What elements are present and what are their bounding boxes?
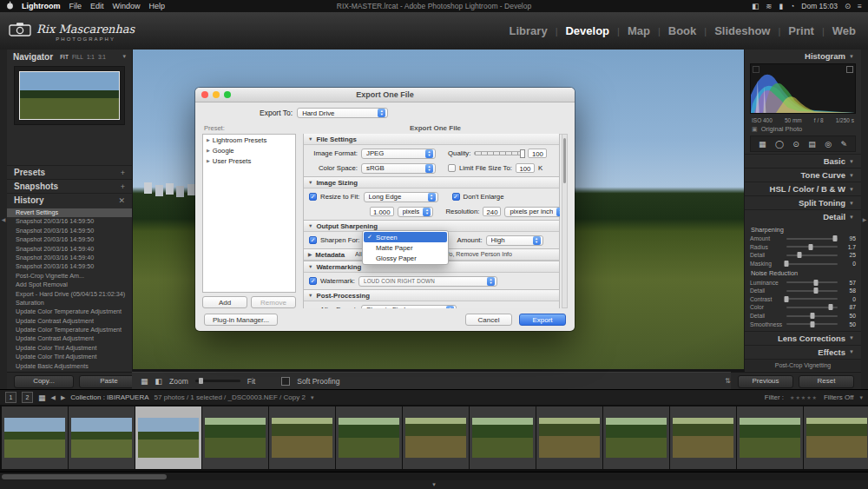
history-item[interactable]: Saturation <box>7 299 132 307</box>
slider-thumb[interactable] <box>797 252 801 258</box>
panel-header-basic[interactable]: Basic▼ <box>745 154 861 168</box>
post-processing-header[interactable]: ▼ Post-Processing <box>304 290 559 301</box>
panel-header-lens-corrections[interactable]: Lens Corrections▼ <box>745 331 861 345</box>
resize-to-fit-checkbox[interactable] <box>309 193 317 201</box>
histogram[interactable] <box>750 63 856 114</box>
zoom-slider[interactable] <box>195 380 240 382</box>
size-value[interactable]: 1.000 <box>370 207 394 216</box>
preset-item[interactable]: ▶User Presets <box>203 155 295 166</box>
zoom-slider-thumb[interactable] <box>199 378 203 384</box>
remove-preset-button[interactable]: Remove <box>251 296 296 308</box>
slider-thumb[interactable] <box>809 244 813 250</box>
panel-snapshots[interactable]: Snapshots + <box>7 179 132 193</box>
resolution-value[interactable]: 240 <box>483 207 501 216</box>
panel-header-effects[interactable]: Effects▼ <box>745 345 861 359</box>
file-settings-header[interactable]: ▼ File Settings <box>304 134 559 145</box>
grid-view-icon[interactable]: ▦ <box>141 377 148 386</box>
dont-enlarge-checkbox[interactable] <box>452 193 460 201</box>
disclosure-triangle-icon[interactable]: ▶ <box>207 137 210 142</box>
module-library[interactable]: Library <box>510 24 548 37</box>
disclosure-triangle-icon[interactable]: ▶ <box>207 158 210 163</box>
cancel-button[interactable]: Cancel <box>465 314 512 326</box>
menu-help[interactable]: Help <box>149 2 166 10</box>
filmstrip-thumbnail[interactable] <box>336 406 402 469</box>
history-item[interactable]: Update Contrast Adjustment <box>7 317 132 326</box>
panel-detail[interactable]: Detail ▼ <box>745 209 861 223</box>
filters-off-select[interactable]: Filters Off <box>824 393 854 401</box>
collection-breadcrumb[interactable]: Collection : IBIRAPUERA <box>70 393 148 401</box>
navigator-zoom-3-1[interactable]: 3:1 <box>98 54 106 60</box>
history-item[interactable]: Snapshot 20/03/16 14:59:50 <box>7 262 132 271</box>
navigator-preview[interactable] <box>19 71 120 120</box>
add-preset-button[interactable]: Add <box>202 296 247 308</box>
paste-button[interactable]: Paste <box>79 375 139 388</box>
export-to-select[interactable]: Hard Drive ▲▼ <box>297 108 388 118</box>
export-button[interactable]: Export <box>519 314 566 326</box>
maximize-window-icon[interactable] <box>224 91 231 98</box>
slider-thumb[interactable] <box>810 313 814 319</box>
apple-menu-icon[interactable] <box>6 1 14 11</box>
original-photo-row[interactable]: ▣ Original Photo <box>745 124 861 134</box>
history-item[interactable]: Update Color Temperature Adjustment <box>7 326 132 334</box>
history-item[interactable]: Update Color Temperature Adjustment <box>7 307 132 316</box>
minimize-window-icon[interactable] <box>213 91 220 98</box>
watermark-select[interactable]: LOUD COIN RIGHT DOWN ▲▼ <box>358 276 497 287</box>
hide-filmstrip-arrow[interactable]: ▾ <box>0 480 868 489</box>
add-snapshot-icon[interactable]: + <box>121 182 125 191</box>
slider-thumb[interactable] <box>833 235 838 241</box>
amount-select[interactable]: High ▲▼ <box>486 235 543 246</box>
slider-thumb[interactable] <box>814 287 819 294</box>
slider-thumb[interactable] <box>785 296 789 302</box>
sharpen-for-checkbox[interactable] <box>309 236 317 244</box>
history-item[interactable]: Export - Hard Drive (05/04/15 21:02:34) <box>7 290 132 299</box>
module-web[interactable]: Web <box>832 24 856 37</box>
resolution-unit-select[interactable]: pixels per inch ▲▼ <box>504 207 560 217</box>
filmstrip-thumbnail[interactable] <box>403 406 469 469</box>
limit-file-size-value[interactable]: 100 <box>516 163 535 173</box>
volume-icon[interactable]: ◔ <box>790 0 794 12</box>
filmstrip-thumbnail[interactable] <box>737 406 803 469</box>
size-unit-select[interactable]: pixels ▲▼ <box>398 207 434 217</box>
module-slideshow[interactable]: Slideshow <box>714 24 770 37</box>
menu-option[interactable]: Glossy Paper <box>364 253 447 263</box>
clear-history-icon[interactable]: ✕ <box>118 196 125 205</box>
slider-track[interactable] <box>786 307 838 308</box>
battery-icon[interactable]: ▮ <box>779 0 783 12</box>
rating-filter-icons[interactable]: ★★★★★ <box>790 394 818 400</box>
history-item[interactable]: Post-Crop Vignette Am... <box>7 272 132 281</box>
chevron-down-icon[interactable]: ▾ <box>122 53 126 60</box>
slider-thumb[interactable] <box>785 261 789 267</box>
history-item[interactable]: Update Color Tint Adjustment <box>7 344 132 353</box>
panel-history[interactable]: History ✕ <box>7 193 132 207</box>
panel-header-hsl-color-b-w[interactable]: HSL / Color / B & W▼ <box>745 182 861 195</box>
close-window-icon[interactable] <box>201 91 208 98</box>
next-photo-icon[interactable]: ▶ <box>61 394 65 401</box>
menu-edit[interactable]: Edit <box>90 2 104 10</box>
resize-to-fit-select[interactable]: Long Edge ▲▼ <box>364 192 438 202</box>
panel-header-split-toning[interactable]: Split Toning▼ <box>745 195 861 209</box>
history-item[interactable]: Add Spot Removal <box>7 281 132 289</box>
history-item[interactable]: Snapshot 20/03/16 14:59:50 <box>7 235 132 244</box>
slider-track[interactable] <box>786 246 838 248</box>
slider-track[interactable] <box>786 323 838 325</box>
right-panel-collapse-arrow[interactable]: ▶ <box>860 50 868 389</box>
slider-thumb[interactable] <box>810 321 814 327</box>
filmstrip-thumbnail[interactable] <box>470 406 536 469</box>
history-item[interactable]: Update Basic Adjustments <box>7 362 132 371</box>
filmstrip-status[interactable]: 57 photos / 1 selected / _DSC0003.NEF / … <box>155 393 306 401</box>
filmstrip-thumbnail[interactable] <box>804 406 868 469</box>
menu-file[interactable]: File <box>69 2 82 10</box>
module-print[interactable]: Print <box>788 24 814 37</box>
notification-center-icon[interactable]: ≡ <box>858 0 862 12</box>
slider-thumb[interactable] <box>813 280 818 286</box>
chevron-down-icon[interactable]: ▾ <box>859 394 863 401</box>
filmstrip-scrollbar-thumb[interactable] <box>2 474 167 479</box>
slider-track[interactable] <box>786 290 838 292</box>
graduated-filter-tool-icon[interactable]: ▤ <box>808 140 816 149</box>
menu-option[interactable]: ✓Screen <box>364 232 447 242</box>
display-icon[interactable]: ◧ <box>752 0 759 12</box>
filmstrip-thumbnail[interactable] <box>2 406 68 469</box>
history-item[interactable]: Revert Settings <box>7 208 132 217</box>
quality-value[interactable]: 100 <box>528 149 547 158</box>
add-preset-icon[interactable]: + <box>121 169 125 177</box>
